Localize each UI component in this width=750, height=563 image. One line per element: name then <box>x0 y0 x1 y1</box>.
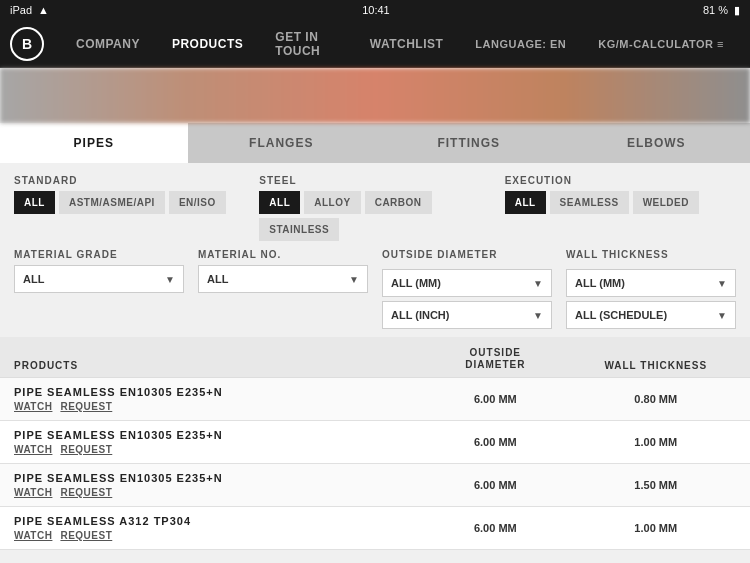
device-label: iPad <box>10 4 32 16</box>
product-wt: 1.00 MM <box>576 522 736 534</box>
product-od: 6.00 MM <box>415 436 575 448</box>
filter-standard-buttons: ALL ASTM/ASME/API EN/ISO <box>14 191 245 214</box>
filter-material-grade-select[interactable]: ALL <box>15 266 183 292</box>
product-actions: WATCH REQUEST <box>14 487 415 498</box>
battery-icon: ▮ <box>734 4 740 17</box>
filter-material-grade-label: MATERIAL GRADE <box>14 249 184 260</box>
col-header-products: PRODUCTS <box>14 360 415 371</box>
filter-material-no-wrap: ALL ▼ <box>198 265 368 293</box>
watch-link[interactable]: WATCH <box>14 401 52 412</box>
nav-item-watchlist[interactable]: WATCHLIST <box>354 20 460 68</box>
product-od: 6.00 MM <box>415 479 575 491</box>
table-row: PIPE SEAMLESS EN10305 E235+N WATCH REQUE… <box>0 421 750 464</box>
product-info: PIPE SEAMLESS EN10305 E235+N WATCH REQUE… <box>14 472 415 498</box>
filter-execution-seamless[interactable]: SEAMLESS <box>550 191 629 214</box>
col-header-wt: WALL THICKNESS <box>576 360 736 371</box>
nav-item-get-in-touch[interactable]: GET IN TOUCH <box>259 20 353 68</box>
product-actions: WATCH REQUEST <box>14 401 415 412</box>
product-info: PIPE SEAMLESS A312 TP304 WATCH REQUEST <box>14 515 415 541</box>
product-name: PIPE SEAMLESS A312 TP304 <box>14 515 415 527</box>
filter-od-label: OUTSIDE DIAMETER <box>382 249 552 260</box>
tab-flanges[interactable]: FLANGES <box>188 123 376 163</box>
filter-steel-buttons: ALL ALLOY CARBON STAINLESS <box>259 191 490 241</box>
table-row: PIPE SEAMLESS EN10305 E235+N WATCH REQUE… <box>0 464 750 507</box>
nav-item-company[interactable]: COMPANY <box>60 20 156 68</box>
hero-image <box>0 68 750 123</box>
product-name: PIPE SEAMLESS EN10305 E235+N <box>14 429 415 441</box>
nav-right: LANGUAGE: EN KG/M-CALCULATOR ≡ <box>459 20 740 68</box>
clock: 10:41 <box>362 4 390 16</box>
filter-row-2: MATERIAL GRADE ALL ▼ MATERIAL NO. ALL ▼ … <box>14 249 736 329</box>
product-od: 6.00 MM <box>415 393 575 405</box>
filter-execution-welded[interactable]: WELDED <box>633 191 699 214</box>
request-link[interactable]: REQUEST <box>60 401 112 412</box>
filter-execution-all[interactable]: ALL <box>505 191 546 214</box>
filter-standard-all[interactable]: ALL <box>14 191 55 214</box>
filter-material-no: MATERIAL NO. ALL ▼ <box>198 249 368 329</box>
filter-outside-diameter: OUTSIDE DIAMETER ALL (MM) ▼ ALL (INCH) ▼ <box>382 249 552 329</box>
filter-steel-alloy[interactable]: ALLOY <box>304 191 360 214</box>
filter-area: STANDARD ALL ASTM/ASME/API EN/ISO STEEL … <box>0 163 750 337</box>
products-table-header: PRODUCTS OUTSIDEDIAMETER WALL THICKNESS <box>0 337 750 378</box>
filter-execution: EXECUTION ALL SEAMLESS WELDED <box>505 175 736 241</box>
nav-item-language[interactable]: LANGUAGE: EN <box>459 20 582 68</box>
filter-steel-all[interactable]: ALL <box>259 191 300 214</box>
product-wt: 1.00 MM <box>576 436 736 448</box>
logo-button[interactable]: B <box>10 27 44 61</box>
watch-link[interactable]: WATCH <box>14 487 52 498</box>
filter-od-inch-wrap: ALL (INCH) ▼ <box>382 301 552 329</box>
filter-standard-astm[interactable]: ASTM/ASME/API <box>59 191 165 214</box>
product-wt: 0.80 MM <box>576 393 736 405</box>
filter-wt-mm-wrap: ALL (MM) ▼ <box>566 269 736 297</box>
wifi-icon: ▲ <box>38 4 49 16</box>
product-actions: WATCH REQUEST <box>14 530 415 541</box>
filter-execution-buttons: ALL SEAMLESS WELDED <box>505 191 736 214</box>
filter-wt-label: WALL THICKNESS <box>566 249 736 260</box>
table-row: PIPE SEAMLESS A312 TP304 WATCH REQUEST 6… <box>0 507 750 550</box>
filter-standard-en-iso[interactable]: EN/ISO <box>169 191 226 214</box>
table-row: PIPE SEAMLESS EN10305 E235+N WATCH REQUE… <box>0 378 750 421</box>
filter-material-grade: MATERIAL GRADE ALL ▼ <box>14 249 184 329</box>
product-name: PIPE SEAMLESS EN10305 E235+N <box>14 472 415 484</box>
filter-steel-stainless[interactable]: STAINLESS <box>259 218 339 241</box>
product-od: 6.00 MM <box>415 522 575 534</box>
watch-link[interactable]: WATCH <box>14 444 52 455</box>
products-area: PRODUCTS OUTSIDEDIAMETER WALL THICKNESS … <box>0 337 750 550</box>
request-link[interactable]: REQUEST <box>60 487 112 498</box>
tab-fittings[interactable]: FITTINGS <box>375 123 563 163</box>
watch-link[interactable]: WATCH <box>14 530 52 541</box>
filter-wt-schedule-wrap: ALL (SCHEDULE) ▼ <box>566 301 736 329</box>
filter-row-1: STANDARD ALL ASTM/ASME/API EN/ISO STEEL … <box>14 175 736 241</box>
product-info: PIPE SEAMLESS EN10305 E235+N WATCH REQUE… <box>14 386 415 412</box>
product-wt: 1.50 MM <box>576 479 736 491</box>
filter-standard: STANDARD ALL ASTM/ASME/API EN/ISO <box>14 175 245 241</box>
filter-standard-label: STANDARD <box>14 175 245 186</box>
filter-od-mm-wrap: ALL (MM) ▼ <box>382 269 552 297</box>
filter-steel: STEEL ALL ALLOY CARBON STAINLESS <box>259 175 490 241</box>
product-info: PIPE SEAMLESS EN10305 E235+N WATCH REQUE… <box>14 429 415 455</box>
filter-wt-mm-select[interactable]: ALL (MM) <box>567 270 735 296</box>
nav-links: COMPANY PRODUCTS GET IN TOUCH WATCHLIST <box>60 20 459 68</box>
request-link[interactable]: REQUEST <box>60 530 112 541</box>
status-bar: iPad ▲ 10:41 81 % ▮ <box>0 0 750 20</box>
product-name: PIPE SEAMLESS EN10305 E235+N <box>14 386 415 398</box>
filter-material-no-select[interactable]: ALL <box>199 266 367 292</box>
nav-item-products[interactable]: PRODUCTS <box>156 20 259 68</box>
tab-bar: PIPES FLANGES FITTINGS ELBOWS <box>0 123 750 163</box>
col-header-od: OUTSIDEDIAMETER <box>415 347 575 371</box>
filter-material-no-label: MATERIAL NO. <box>198 249 368 260</box>
filter-od-inch-select[interactable]: ALL (INCH) <box>383 302 551 328</box>
product-actions: WATCH REQUEST <box>14 444 415 455</box>
nav-item-calculator[interactable]: KG/M-CALCULATOR ≡ <box>582 20 740 68</box>
request-link[interactable]: REQUEST <box>60 444 112 455</box>
filter-steel-label: STEEL <box>259 175 490 186</box>
filter-od-mm-select[interactable]: ALL (MM) <box>383 270 551 296</box>
filter-wt-schedule-select[interactable]: ALL (SCHEDULE) <box>567 302 735 328</box>
filter-steel-carbon[interactable]: CARBON <box>365 191 432 214</box>
battery-label: 81 % <box>703 4 728 16</box>
tab-elbows[interactable]: ELBOWS <box>563 123 751 163</box>
filter-wall-thickness: WALL THICKNESS ALL (MM) ▼ ALL (SCHEDULE)… <box>566 249 736 329</box>
tab-pipes[interactable]: PIPES <box>0 123 188 163</box>
filter-execution-label: EXECUTION <box>505 175 736 186</box>
top-nav: B COMPANY PRODUCTS GET IN TOUCH WATCHLIS… <box>0 20 750 68</box>
